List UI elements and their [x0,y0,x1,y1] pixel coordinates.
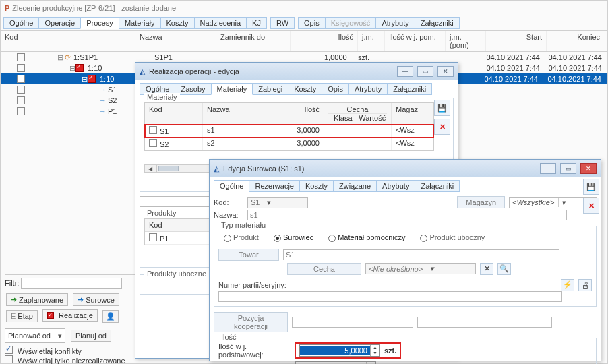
dlg1-tab-zalaczniki[interactable]: Załączniki [387,83,432,95]
tree-row-0[interactable]: ⊟ ⟳ 1:S1P1 S1P1 1,0000 szt. 04.10.2021 7… [1,52,607,63]
minimize-button[interactable]: — [540,163,556,174]
dlg2-titlebar[interactable]: ◭ Edycja Surowca (S1; s1) — ▭ ✕ [210,160,601,177]
main-tab-opis[interactable]: Opis [298,17,326,29]
show-unrealized-checkbox[interactable] [5,355,13,363]
mat-h-cecha[interactable]: Cecha [328,105,387,113]
dlg1-tab-opis[interactable]: Opis [322,83,349,95]
dlg2-tab-zwiazane[interactable]: Związane [333,180,377,192]
pozycja-input-2[interactable] [417,317,552,328]
mat-h-wartosc[interactable]: Wartość [358,114,388,122]
hdr-kod[interactable]: Kod [1,31,135,51]
mat-h-klasa[interactable]: Klasa [328,114,358,122]
row-checkbox-red[interactable] [88,75,96,83]
towar-button[interactable]: Towar [218,249,279,261]
row-checkbox[interactable] [17,96,25,104]
mat-row-1[interactable]: S2 s2 3,0000 <Wsz [145,138,433,150]
close-button[interactable]: ✕ [437,66,454,77]
minimize-button[interactable]: — [397,66,413,77]
main-tab-operacje[interactable]: Operacje [38,17,81,29]
flash-icon-button[interactable]: ⚡ [561,279,574,291]
prod-h-kod[interactable]: Kod [145,219,211,231]
zaplanowane-button[interactable]: ➜Zaplanowane [6,293,68,306]
etap-button[interactable]: EEtap [6,310,38,322]
nazwa-input[interactable] [247,210,567,220]
mat-h-ilosc[interactable]: Ilość [270,103,324,124]
row-checkbox[interactable] [149,126,157,134]
main-tab-nadzlecenia[interactable]: Nadzlecenia [194,17,247,29]
mat-row-0[interactable]: S1 s1 3,0000 <Wsz [145,125,433,138]
hdr-jmpom[interactable]: j.m. (pom) [446,31,486,51]
kod-combo[interactable]: S1▾ [247,197,308,208]
mat-h-nazwa[interactable]: Nazwa [203,103,270,124]
radio-pomocniczy[interactable]: Materiał pomocniczy [328,233,405,242]
hdr-jm[interactable]: j.m. [358,31,385,51]
row-checkbox[interactable] [149,233,157,241]
main-tab-rw[interactable]: RW [270,17,295,29]
mat-h-kod[interactable]: Kod [145,103,203,124]
filter-input[interactable] [21,278,122,289]
cecha-combo[interactable]: <Nie określono>▾ [365,263,476,274]
print-icon-button[interactable]: 🖨 [578,279,592,291]
hdr-nazwa[interactable]: Nazwa [135,31,216,51]
towar-input[interactable] [283,249,559,260]
main-tab-atrybuty[interactable]: Atrybuty [375,17,415,29]
dlg1-tab-zabiegi[interactable]: Zabiegi [252,83,288,95]
radio-surowiec[interactable]: Surowiec [274,233,313,242]
person-icon-button[interactable]: 👤 [102,310,119,323]
hdr-koniec[interactable]: Koniec [547,31,607,51]
ilosc-pom-input[interactable]: 0,0000 ▲▼ [295,361,376,364]
main-tab-materialy[interactable]: Materiały [119,17,161,29]
radio-uboczny[interactable]: Produkt uboczny [420,233,485,242]
hdr-start[interactable]: Start [486,31,547,51]
plan-combo[interactable]: Planować od▾ [5,328,65,343]
main-tab-procesy[interactable]: Procesy [80,17,119,29]
plan-button[interactable]: Planuj od [71,330,111,342]
hdr-zamiennik[interactable]: Zamiennik do [216,31,291,51]
dlg1-tab-materialy[interactable]: Materiały [211,83,253,95]
pozycja-button[interactable]: Pozycja kooperacji [214,312,288,332]
row-checkbox[interactable] [17,64,25,72]
ilosc-podst-input[interactable]: 5,0000 ▲▼ [299,344,380,357]
scroll-left-button[interactable]: ◀ [144,164,156,173]
delete-icon-button[interactable]: ✕ [434,119,450,135]
dlg1-tab-zasoby[interactable]: Zasoby [175,83,211,95]
save-icon-button[interactable]: 💾 [434,100,450,116]
close-button[interactable]: ✕ [580,163,597,174]
cancel-icon-button[interactable]: ✕ [583,198,599,214]
spinner[interactable]: ▲▼ [366,362,375,364]
prod-row-0[interactable]: P1 [145,232,211,245]
dlg2-tab-koszty[interactable]: Koszty [299,180,334,192]
row-checkbox[interactable] [149,139,157,147]
dlg1-titlebar[interactable]: ◭ Realizacja operacji - edycja — ▭ ✕ [135,63,458,80]
cecha-search-button[interactable]: 🔍 [497,263,511,275]
surowce-button[interactable]: ➜Surowce [73,293,119,306]
main-tab-ogolne[interactable]: Ogólne [3,17,39,29]
cecha-clear-button[interactable]: ✕ [480,263,493,275]
radio-produkt[interactable]: Produkt [224,233,259,242]
main-tab-koszty[interactable]: Koszty [160,17,195,29]
magazyn-button[interactable]: Magazyn [457,196,505,208]
dlg2-tab-ogolne[interactable]: Ogólne [214,180,249,192]
mat-h-mag[interactable]: Magaz [392,103,433,124]
pozycja-input-1[interactable] [292,317,413,328]
hdr-ilosc[interactable]: Ilość [291,31,358,51]
maximize-button[interactable]: ▭ [560,163,576,174]
show-conflicts-checkbox[interactable]: ✓ [5,346,13,354]
dlg2-tab-atrybuty[interactable]: Atrybuty [376,180,415,192]
row-checkbox[interactable] [17,53,25,61]
realizacje-button[interactable]: Realizacje [42,309,98,322]
spinner[interactable]: ▲▼ [370,345,379,356]
row-checkbox[interactable] [17,75,25,83]
row-checkbox[interactable] [17,107,25,115]
row-checkbox-red[interactable] [75,64,84,72]
hdr-iloscpom[interactable]: Ilość w j. pom. [385,31,446,51]
dlg2-tab-rezerwacje[interactable]: Rezerwacje [249,180,299,192]
main-tab-kj[interactable]: KJ [246,17,267,29]
cecha-button[interactable]: Cecha [287,263,361,275]
dlg1-tab-atrybuty[interactable]: Atrybuty [348,83,388,95]
main-tab-zalaczniki[interactable]: Załączniki [415,17,460,29]
row-checkbox[interactable] [17,86,25,94]
numer-input[interactable] [218,291,562,302]
dlg1-tab-koszty[interactable]: Koszty [288,83,322,95]
maximize-button[interactable]: ▭ [417,66,433,77]
